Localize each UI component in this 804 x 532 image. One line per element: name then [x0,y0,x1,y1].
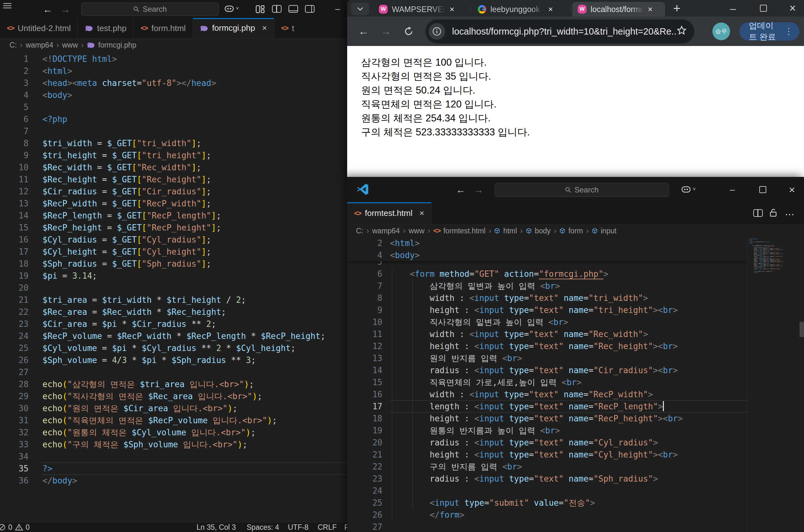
code-line[interactable]: 35?> [0,462,349,475]
search-input[interactable]: Search [81,2,219,16]
search-input[interactable]: Search [495,183,669,197]
tab-close-icon[interactable]: × [419,208,424,218]
code-text[interactable] [41,282,349,294]
code-line[interactable]: 15$RecP_height = $_GET["RecP_height"]; [0,222,349,234]
code-line[interactable]: 20 [0,282,349,294]
code-text[interactable]: length : <input type="text" name="RecP_l… [390,400,747,413]
code-text[interactable]: 직육면체의 가로,세로,높이 입력 <br> [390,376,747,388]
browser-maximize-button[interactable] [757,0,770,17]
browser-tab-2[interactable]: leebyunggook -× [472,2,565,17]
browser-forward-icon[interactable]: → [379,17,393,46]
code-text[interactable]: <!DOCTYPE html> [41,53,349,65]
code-text[interactable]: ?> [41,462,349,475]
maximize-button[interactable] [752,177,774,202]
browser-tab-3[interactable]: Wlocalhost/formc× [572,2,665,17]
code-text[interactable]: <body> [41,89,349,101]
url-text[interactable]: localhost/formcgi.php?tri_width=10&tri_h… [452,26,676,37]
code-line[interactable]: 13 원의 반지름 입력 <br> [347,352,747,364]
code-line[interactable]: 16$Cyl_radius = $_GET["Cyl_radius"]; [0,234,349,246]
code-text[interactable]: $Rec_height = $_GET["Rec_height"]; [41,173,349,186]
customize-layout-icon[interactable] [255,5,265,13]
tab-close-icon[interactable]: × [262,23,267,33]
code-line[interactable]: 34 [0,451,349,462]
code-line[interactable]: 11$Rec_height = $_GET["Rec_height"]; [0,173,349,186]
code-text[interactable]: $tri_height = $_GET["tri_height"]; [41,149,349,162]
editor-left[interactable]: 1<!DOCTYPE html>2<html>3<head><meta char… [0,52,349,522]
tab-formtest[interactable]: <> formtest.html × [347,202,432,225]
back-icon[interactable]: ← [43,4,52,15]
code-line[interactable]: 18 height : <input type="text" name="Rec… [347,413,747,424]
code-text[interactable]: <html> [390,237,747,249]
code-text[interactable]: <input type="submit" value="전송"> [390,497,747,509]
code-text[interactable]: $Sph_radius = $_GET["Sph_radius"]; [41,258,349,270]
code-text[interactable]: width : <input type="text" name="tri_wid… [390,292,747,304]
code-line[interactable]: 4<body> [347,249,747,261]
code-text[interactable]: height : <input type="text" name="Cyl_he… [390,449,747,461]
code-line[interactable]: 4<body> [0,89,349,101]
new-tab-button[interactable]: + [670,0,684,17]
code-line[interactable]: 26 </form> [347,509,747,521]
code-text[interactable] [41,451,349,462]
code-text[interactable]: radius : <input type="text" name="Cir_ra… [390,364,747,376]
breadcrumb-item[interactable]: www [62,41,78,50]
code-text[interactable] [41,101,349,113]
code-text[interactable]: 직사각형의 밑변과 높이 입력 <br> [390,316,747,328]
code-text[interactable]: width : <input type="text" name="Rec_wid… [390,328,747,340]
code-text[interactable]: $tri_area = $tri_width * $tri_height / 2… [41,294,349,306]
code-text[interactable]: echo("직육면체의 면적은 $RecP_volume 입니다.<br>"); [41,414,349,426]
code-text[interactable]: <body> [390,249,747,261]
code-text[interactable]: $Sph_volume = 4/3 * $pi * $Sph_radius **… [41,354,349,366]
split-editor-icon[interactable] [753,209,763,217]
code-line[interactable]: 6 <form method="GET" action="formcgi.php… [347,268,747,280]
bookmark-star-icon[interactable] [676,25,687,38]
code-line[interactable]: 27 [347,521,747,532]
code-text[interactable]: radius : <input type="text" name="Cyl_ra… [390,437,747,449]
code-text[interactable]: echo("구의 체적은 $Sph_volume 입니다.<br>"); [41,438,349,451]
breadcrumb-symbol[interactable]: input [601,227,617,235]
code-line[interactable]: 10$Rec_width = $_GET["Rec_width"]; [0,162,349,173]
code-line[interactable]: 15 직육면체의 가로,세로,높이 입력 <br> [347,376,747,388]
code-line[interactable]: 27 [0,366,349,378]
code-line[interactable]: 17 length : <input type="text" name="Rec… [347,400,747,413]
code-text[interactable]: $pi = 3.14; [41,270,349,282]
code-line[interactable]: 8$tri_width = $_GET["tri_width"]; [0,137,349,149]
code-line[interactable]: 19$pi = 3.14; [0,270,349,282]
code-line[interactable]: 23 radius : <input type="text" name="Sph… [347,473,747,485]
code-text[interactable]: <head><meta charset="utf-8"></head> [41,77,349,89]
code-line[interactable]: 6<?php [0,113,349,125]
tab-close-icon[interactable]: × [449,4,454,14]
forward-icon[interactable]: → [61,4,70,15]
breadcrumb[interactable]: C:›wamp64›www›formcgi.php [0,38,349,52]
editor-tab-Untitled-2-html[interactable]: <>Untitled-2.html [0,18,78,38]
code-line[interactable]: 12$Cir_radius = $_GET["Cir_radius"]; [0,186,349,197]
code-text[interactable]: height : <input type="text" name="RecP_h… [390,413,747,424]
code-text[interactable]: $Cyl_height = $_GET["Cyl_height"]; [41,246,349,258]
code-line[interactable]: 12 height : <input type="text" name="Rec… [347,340,747,352]
unlock-icon[interactable] [769,208,777,217]
breadcrumb-item[interactable]: C: [356,227,363,235]
code-text[interactable] [390,485,747,497]
code-text[interactable]: $Cyl_volume = $pi * $Cyl_radius ** 2 * $… [41,342,349,354]
breadcrumb-item[interactable]: wamp64 [372,227,400,235]
tab-close-icon[interactable]: × [648,4,652,14]
code-text[interactable] [41,125,349,137]
code-line[interactable]: 23$Cir_area = $pi * $Cir_radius ** 2; [0,318,349,330]
forward-icon[interactable]: → [474,185,483,195]
code-line[interactable]: 1<!DOCTYPE html> [0,53,349,65]
code-text[interactable]: $Cyl_radius = $_GET["Cyl_radius"]; [41,234,349,246]
code-text[interactable]: $Rec_width = $_GET["Rec_width"]; [41,162,349,173]
browser-menu-icon[interactable]: ⋮ [784,28,793,35]
copilot-icon[interactable]: ˅ [224,4,239,13]
breadcrumb-file[interactable]: formtest.html [443,227,485,235]
code-line[interactable]: 22 구의 반지름 입력 <br> [347,461,747,473]
code-line[interactable]: 14 radius : <input type="text" name="Cir… [347,364,747,376]
code-line[interactable]: 19 원통의 반지름과 높이 입력 <br> [347,424,747,437]
code-text[interactable]: echo("삼각형의 면적은 $tri_area 입니다.<br>"); [41,378,349,390]
code-line[interactable]: 33echo("구의 체적은 $Sph_volume 입니다.<br>"); [0,438,349,451]
code-text[interactable]: radius : <input type="text" name="Sph_ra… [390,473,747,485]
cursor-position[interactable]: Ln 35, Col 3 [196,523,236,532]
code-text[interactable]: $tri_width = $_GET["tri_width"]; [41,137,349,149]
tab-close-icon[interactable]: × [548,4,553,14]
editor-right[interactable]: 56 <form method="GET" action="formcgi.ph… [347,237,804,532]
code-line[interactable]: 16 width : <input type="text" name="RecP… [347,388,747,400]
